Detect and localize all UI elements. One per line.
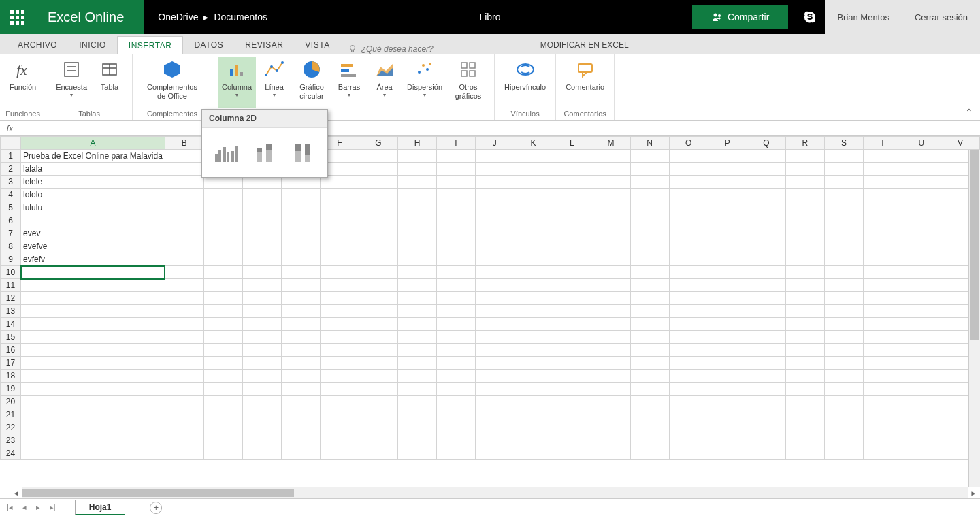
cell-S10[interactable] xyxy=(824,266,863,279)
cell-I21[interactable] xyxy=(437,408,476,421)
row-header-1[interactable]: 1 xyxy=(1,150,21,163)
cell-E22[interactable] xyxy=(281,421,320,434)
cell-L9[interactable] xyxy=(553,253,591,266)
cell-Q3[interactable] xyxy=(747,176,785,189)
column-header-T[interactable]: T xyxy=(863,137,902,150)
cell-S21[interactable] xyxy=(824,408,863,421)
cell-D9[interactable] xyxy=(242,253,281,266)
cell-Q15[interactable] xyxy=(747,331,785,344)
cell-N11[interactable] xyxy=(630,279,669,292)
cell-T6[interactable] xyxy=(863,214,902,227)
barras-button[interactable]: Barras ▾ xyxy=(332,57,366,108)
tabla-button[interactable]: Tabla xyxy=(93,57,127,108)
row-header-15[interactable]: 15 xyxy=(1,331,21,344)
cell-K1[interactable] xyxy=(514,150,553,163)
cell-P19[interactable] xyxy=(708,383,747,396)
cell-R8[interactable] xyxy=(785,240,824,253)
cell-P17[interactable] xyxy=(708,357,747,370)
cell-T10[interactable] xyxy=(863,266,902,279)
cell-U6[interactable] xyxy=(902,214,941,227)
cell-D11[interactable] xyxy=(242,279,281,292)
cell-R15[interactable] xyxy=(785,331,824,344)
cell-A23[interactable] xyxy=(21,434,165,447)
cell-E5[interactable] xyxy=(281,201,320,214)
cell-A22[interactable] xyxy=(21,421,165,434)
cell-C11[interactable] xyxy=(203,279,242,292)
user-name[interactable]: Brian Mentos xyxy=(837,12,889,22)
cell-S1[interactable] xyxy=(824,150,863,163)
cell-L11[interactable] xyxy=(553,279,591,292)
cell-L18[interactable] xyxy=(553,370,591,383)
row-header-11[interactable]: 11 xyxy=(1,279,21,292)
cell-R23[interactable] xyxy=(785,434,824,447)
app-launcher-button[interactable] xyxy=(0,0,34,34)
cell-G20[interactable] xyxy=(359,396,397,408)
cell-J19[interactable] xyxy=(475,383,514,396)
cell-H14[interactable] xyxy=(397,318,436,331)
cell-G16[interactable] xyxy=(359,344,397,357)
cell-H19[interactable] xyxy=(397,383,436,396)
cell-N10[interactable] xyxy=(630,266,669,279)
cell-U11[interactable] xyxy=(902,279,941,292)
otros-graficos-button[interactable]: Otros gráficos xyxy=(448,57,489,108)
row-header-22[interactable]: 22 xyxy=(1,421,21,434)
cell-O2[interactable] xyxy=(669,163,708,176)
cell-J4[interactable] xyxy=(475,189,514,201)
cell-L23[interactable] xyxy=(553,434,591,447)
cell-S8[interactable] xyxy=(824,240,863,253)
cell-N9[interactable] xyxy=(630,253,669,266)
cell-Q6[interactable] xyxy=(747,214,785,227)
cell-A18[interactable] xyxy=(21,370,165,383)
cell-B5[interactable] xyxy=(165,201,203,214)
cell-I1[interactable] xyxy=(437,150,476,163)
cell-M20[interactable] xyxy=(591,396,630,408)
cell-P23[interactable] xyxy=(708,434,747,447)
sheet-nav-next[interactable]: ▸ xyxy=(35,503,42,512)
cell-T1[interactable] xyxy=(863,150,902,163)
sheet-tab-hoja1[interactable]: Hoja1 xyxy=(75,500,126,515)
cell-R11[interactable] xyxy=(785,279,824,292)
cell-A9[interactable]: evfefv xyxy=(21,253,165,266)
cell-K10[interactable] xyxy=(514,266,553,279)
cell-Q21[interactable] xyxy=(747,408,785,421)
cell-P6[interactable] xyxy=(708,214,747,227)
cell-G23[interactable] xyxy=(359,434,397,447)
cell-Q17[interactable] xyxy=(747,357,785,370)
cell-T9[interactable] xyxy=(863,253,902,266)
row-header-20[interactable]: 20 xyxy=(1,396,21,408)
cell-Q18[interactable] xyxy=(747,370,785,383)
cell-U8[interactable] xyxy=(902,240,941,253)
comentario-button[interactable]: Comentario xyxy=(561,57,608,108)
cell-T23[interactable] xyxy=(863,434,902,447)
cell-T4[interactable] xyxy=(863,189,902,201)
cell-I2[interactable] xyxy=(437,163,476,176)
cell-I17[interactable] xyxy=(437,357,476,370)
cell-E10[interactable] xyxy=(281,266,320,279)
cell-D18[interactable] xyxy=(242,370,281,383)
cell-T18[interactable] xyxy=(863,370,902,383)
cell-L1[interactable] xyxy=(553,150,591,163)
select-all-cell[interactable] xyxy=(1,137,21,150)
cell-A6[interactable] xyxy=(21,214,165,227)
cell-M16[interactable] xyxy=(591,344,630,357)
cell-P10[interactable] xyxy=(708,266,747,279)
cell-T16[interactable] xyxy=(863,344,902,357)
cell-L8[interactable] xyxy=(553,240,591,253)
cell-C5[interactable] xyxy=(203,201,242,214)
cell-U16[interactable] xyxy=(902,344,941,357)
cell-R10[interactable] xyxy=(785,266,824,279)
row-header-23[interactable]: 23 xyxy=(1,434,21,447)
cell-D19[interactable] xyxy=(242,383,281,396)
cell-H8[interactable] xyxy=(397,240,436,253)
cell-U1[interactable] xyxy=(902,150,941,163)
cell-P20[interactable] xyxy=(708,396,747,408)
cell-M12[interactable] xyxy=(591,292,630,305)
tell-me[interactable] xyxy=(341,44,477,54)
fx-icon[interactable]: fx xyxy=(0,124,20,133)
cell-P11[interactable] xyxy=(708,279,747,292)
cell-U22[interactable] xyxy=(902,421,941,434)
cell-B21[interactable] xyxy=(165,408,203,421)
cell-N24[interactable] xyxy=(630,447,669,460)
cell-H3[interactable] xyxy=(397,176,436,189)
cell-P3[interactable] xyxy=(708,176,747,189)
